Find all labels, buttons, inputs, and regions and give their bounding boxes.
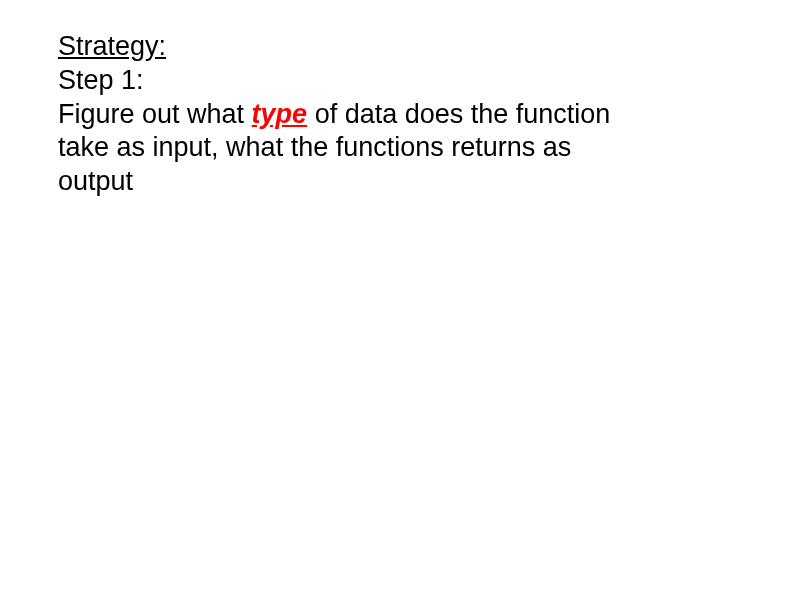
body-pre: Figure out what — [58, 99, 252, 129]
slide-body: Figure out what type of data does the fu… — [58, 98, 638, 199]
slide-heading: Strategy: — [58, 30, 694, 64]
step-label: Step 1: — [58, 64, 694, 98]
type-word: type — [252, 99, 308, 129]
slide-content: Strategy: Step 1: Figure out what type o… — [0, 0, 794, 199]
